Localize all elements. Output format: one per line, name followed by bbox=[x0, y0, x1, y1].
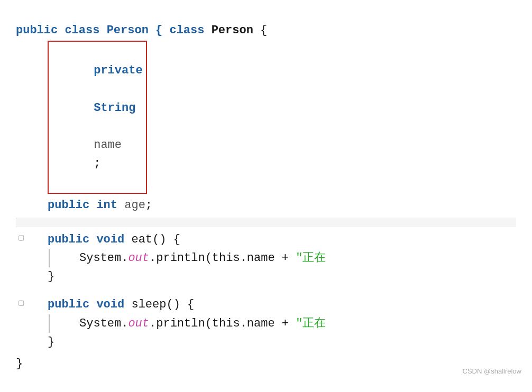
println-text2: .println(this.name + bbox=[149, 314, 296, 333]
field-public-line: public int age ; bbox=[16, 196, 516, 214]
open-brace: { bbox=[253, 21, 267, 40]
spacer2 bbox=[16, 286, 516, 293]
keyword-void-sleep: void bbox=[96, 295, 124, 314]
eat-params: () { bbox=[152, 230, 180, 249]
class-name: Person bbox=[212, 21, 253, 40]
eat-close-brace: } bbox=[16, 267, 516, 286]
keyword-private: private bbox=[94, 64, 142, 77]
println-text: .println(this.name + bbox=[149, 249, 296, 267]
method-eat-name: eat bbox=[131, 230, 152, 249]
keyword-public3: public bbox=[48, 230, 89, 249]
method-sleep-signature: public void sleep () { bbox=[16, 295, 516, 314]
class-close-brace: } bbox=[16, 354, 516, 373]
keyword-public4: public bbox=[48, 295, 89, 314]
keyword-void-eat: void bbox=[96, 230, 124, 249]
method-sleep-name: sleep bbox=[131, 295, 166, 314]
sleep-params: () { bbox=[166, 295, 194, 314]
system-text: System. bbox=[79, 249, 128, 267]
eat-body-line: System. out .println(this.name + "正在 bbox=[16, 249, 516, 267]
method-sleep-body: System. out .println(this.name + "正在 bbox=[16, 314, 516, 333]
keyword-int: int bbox=[96, 196, 117, 214]
watermark: CSDN @shallrelow bbox=[463, 366, 521, 377]
keyword-public: public class Person { bbox=[16, 21, 162, 40]
space1 bbox=[162, 21, 169, 40]
keyword-public2: public bbox=[48, 196, 89, 214]
type-string: String bbox=[94, 101, 135, 115]
semicolon2: ; bbox=[145, 196, 152, 214]
out-italic2: out bbox=[128, 314, 149, 333]
method-eat-block: ▢ public void eat () { System. out .prin… bbox=[16, 230, 516, 286]
semicolon1: ; bbox=[94, 157, 100, 170]
keyword-class: class bbox=[169, 21, 204, 40]
field-private-line: private String name ; bbox=[16, 41, 516, 194]
eat-string: "正在 bbox=[296, 249, 326, 267]
class-declaration-line: public class Person { class Person { bbox=[16, 21, 516, 40]
system-text2: System. bbox=[79, 314, 128, 333]
field-age-identifier: age bbox=[124, 196, 145, 214]
space2 bbox=[204, 21, 211, 40]
out-italic: out bbox=[128, 249, 149, 267]
sleep-string: "正在 bbox=[296, 314, 326, 333]
method-eat-signature: public void eat () { bbox=[16, 230, 516, 249]
sleep-body-line: System. out .println(this.name + "正在 bbox=[16, 314, 516, 333]
method-sleep-block: ▢ public void sleep () { System. out .pr… bbox=[16, 295, 516, 351]
field-name-identifier: name bbox=[94, 138, 122, 152]
code-container: public class Person { class Person { pri… bbox=[0, 11, 532, 384]
sleep-close-brace: } bbox=[16, 333, 516, 351]
separator bbox=[16, 218, 516, 227]
highlighted-field: private String name ; bbox=[48, 41, 147, 194]
method-eat-body: System. out .println(this.name + "正在 bbox=[16, 249, 516, 267]
